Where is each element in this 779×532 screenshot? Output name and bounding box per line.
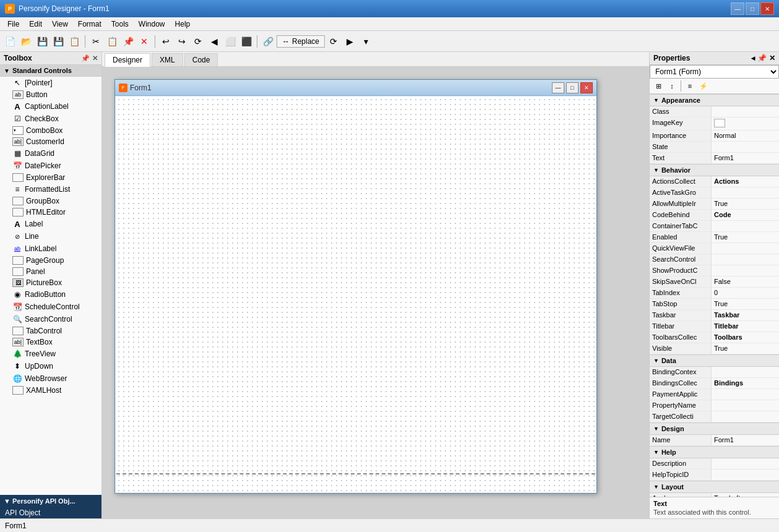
toolbox-item-searchcontrol[interactable]: 🔍 SearchControl: [0, 313, 101, 325]
prop-alpha-btn[interactable]: ↕: [666, 80, 678, 92]
toolbox-item-label[interactable]: A Label: [0, 218, 101, 230]
prop-event-btn[interactable]: ⚡: [697, 80, 710, 92]
prop-value-importance[interactable]: Normal: [712, 131, 779, 141]
toolbox-item-captionlabel[interactable]: A CaptionLabel: [0, 100, 101, 113]
prop-value-bindingcontex[interactable]: [712, 367, 779, 377]
toolbox-item-combobox[interactable]: ▾ ComboBox: [0, 125, 101, 136]
toolbar-btn9[interactable]: ⬛: [239, 34, 254, 49]
toolbar-cut[interactable]: ✂: [88, 34, 103, 49]
toolbar-btn8[interactable]: ⬜: [223, 34, 238, 49]
toolbar-paste[interactable]: 📌: [121, 34, 136, 49]
prop-value-titlebar[interactable]: Titlebar: [712, 321, 779, 332]
properties-autohide[interactable]: ◂: [751, 54, 755, 62]
prop-value-propertyname[interactable]: [712, 400, 779, 411]
prop-value-bindingscollec[interactable]: Bindings: [712, 378, 779, 388]
prop-value-tabindex[interactable]: 0: [712, 288, 779, 298]
menu-edit[interactable]: Edit: [24, 19, 47, 30]
properties-close[interactable]: ✕: [769, 54, 775, 62]
toolbox-item-xamlhost[interactable]: XAMLHost: [0, 385, 101, 396]
prop-prop-btn[interactable]: ≡: [684, 80, 696, 92]
toolbox-item-updown[interactable]: ⬍ UpDown: [0, 360, 101, 372]
help-header[interactable]: ▼ Help: [650, 446, 779, 458]
prop-value-skipsaveon[interactable]: False: [712, 277, 779, 287]
toolbox-item-tabcontrol[interactable]: TabControl: [0, 325, 101, 337]
toolbox-item-htmleditor[interactable]: HTMLEditor: [0, 207, 101, 218]
prop-value-imagekey[interactable]: [712, 118, 779, 130]
prop-category-btn[interactable]: ⊞: [652, 80, 665, 92]
tab-designer[interactable]: Designer: [105, 53, 150, 67]
close-button[interactable]: ✕: [760, 2, 774, 15]
prop-value-activetaskgro[interactable]: [712, 187, 779, 198]
form-body[interactable]: [116, 97, 595, 492]
prop-value-codebehind[interactable]: Code: [712, 210, 779, 220]
menu-view[interactable]: View: [47, 19, 73, 30]
toolbar-dropdown[interactable]: ▾: [358, 34, 373, 49]
toolbar-btn5[interactable]: 📋: [67, 34, 82, 49]
api-section-header[interactable]: ▼ Personify API Obj...: [0, 495, 101, 507]
toolbar-btn6[interactable]: ⟳: [191, 34, 205, 49]
form-close[interactable]: ✕: [580, 82, 593, 93]
toolbox-item-pointer[interactable]: ↖ [Pointer]: [0, 77, 101, 89]
prop-value-enabled[interactable]: True: [712, 232, 779, 242]
minimize-button[interactable]: —: [731, 2, 744, 15]
prop-value-showproductc[interactable]: [712, 265, 779, 276]
appearance-header[interactable]: ▼ Appearance: [650, 94, 779, 106]
toolbox-item-datepicker[interactable]: 📅 DatePicker: [0, 160, 101, 172]
tab-code[interactable]: Code: [184, 53, 218, 66]
prop-value-description[interactable]: [712, 458, 779, 469]
toolbar-delete[interactable]: ✕: [137, 34, 152, 49]
menu-help[interactable]: Help: [170, 19, 196, 30]
toolbox-item-datagrid[interactable]: ▦ DataGrid: [0, 147, 101, 160]
toolbox-item-textbox[interactable]: ab| TextBox: [0, 337, 101, 348]
prop-value-helptopicid[interactable]: [712, 470, 779, 480]
toolbar-btn7[interactable]: ◀: [207, 34, 222, 49]
toolbar-save-all[interactable]: 💾: [51, 34, 66, 49]
toolbar-btn10[interactable]: 🔗: [260, 34, 275, 49]
toolbox-item-linklabel[interactable]: ab LinkLabel: [0, 242, 101, 255]
replace-button[interactable]: ↔ Replace: [277, 35, 325, 48]
toolbox-item-customerid[interactable]: ab| CustomerId: [0, 136, 101, 147]
toolbox-pin[interactable]: 📌: [81, 54, 90, 62]
toolbox-item-groupbox[interactable]: GroupBox: [0, 195, 101, 207]
toolbox-item-line[interactable]: ⊘ Line: [0, 230, 101, 242]
toolbar-undo[interactable]: ↩: [158, 34, 173, 49]
toolbox-item-panel[interactable]: Panel: [0, 266, 101, 277]
toolbox-item-formattedlist[interactable]: ≡ FormattedList: [0, 183, 101, 195]
api-object-item[interactable]: API Object: [0, 507, 101, 518]
prop-value-paymentapplic[interactable]: [712, 389, 779, 400]
form-minimize[interactable]: —: [552, 82, 564, 93]
prop-value-text[interactable]: Form1: [712, 153, 779, 163]
toolbar-copy[interactable]: 📋: [105, 34, 119, 49]
behavior-header[interactable]: ▼ Behavior: [650, 164, 779, 176]
menu-file[interactable]: File: [2, 19, 24, 30]
designer-canvas[interactable]: F Form1 — □ ✕: [102, 67, 649, 518]
toolbox-item-checkbox[interactable]: ☑ CheckBox: [0, 113, 101, 125]
prop-value-name[interactable]: Form1: [712, 435, 779, 445]
toolbar-redo[interactable]: ↪: [174, 34, 189, 49]
toolbox-item-radiobutton[interactable]: ◉ RadioButton: [0, 288, 101, 301]
prop-value-taskbar[interactable]: Taskbar: [712, 310, 779, 320]
toolbox-close[interactable]: ✕: [92, 54, 98, 62]
toolbar-open[interactable]: 📂: [19, 34, 33, 49]
design-header[interactable]: ▼ Design: [650, 423, 779, 435]
toolbar-btn12[interactable]: ▶: [342, 34, 357, 49]
toolbox-item-pagegroup[interactable]: PageGroup: [0, 255, 101, 266]
prop-value-targetcollecti[interactable]: [712, 411, 779, 422]
toolbar-btn11[interactable]: ⟳: [326, 34, 341, 49]
prop-value-containertab[interactable]: [712, 221, 779, 231]
toolbox-item-schedulecontrol[interactable]: 📆 ScheduleControl: [0, 301, 101, 313]
toolbox-item-button[interactable]: ab Button: [0, 89, 101, 100]
prop-value-toolbarscollec[interactable]: Toolbars: [712, 332, 779, 343]
toolbox-item-picturebox[interactable]: 🖼 PictureBox: [0, 277, 101, 288]
layout-header[interactable]: ▼ Layout: [650, 481, 779, 493]
toolbox-item-webbrowser[interactable]: 🌐 WebBrowser: [0, 372, 101, 385]
prop-value-quickviewfile[interactable]: [712, 243, 779, 254]
toolbox-item-treeview[interactable]: 🌲 TreeView: [0, 348, 101, 360]
menu-format[interactable]: Format: [73, 19, 106, 30]
menu-tools[interactable]: Tools: [106, 19, 134, 30]
menu-window[interactable]: Window: [134, 19, 170, 30]
standard-controls-section[interactable]: ▼ Standard Controls: [0, 65, 101, 77]
toolbar-new[interactable]: 📄: [2, 34, 17, 49]
prop-value-class[interactable]: [712, 106, 779, 117]
toolbox-item-explorerbar[interactable]: ExplorerBar: [0, 172, 101, 183]
